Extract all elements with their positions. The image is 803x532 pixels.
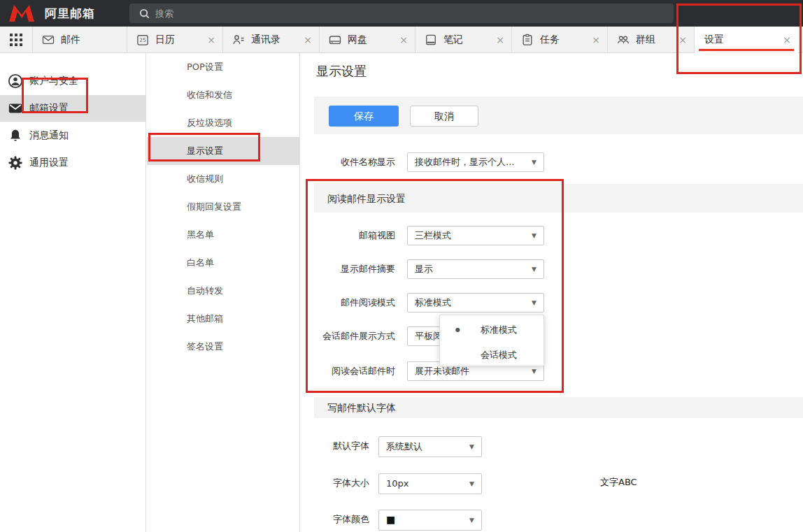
brand-title: 阿里邮箱 xyxy=(45,0,95,27)
tab-label: 日历 xyxy=(155,34,175,46)
menu-item-antispam[interactable]: 反垃圾选项 xyxy=(147,109,299,137)
tab-label: 群组 xyxy=(636,34,655,46)
sidebar-item-label: 通用设置 xyxy=(29,157,69,169)
groups-icon xyxy=(616,33,630,47)
menu-item-signature[interactable]: 签名设置 xyxy=(147,333,299,361)
gear-icon xyxy=(8,155,23,171)
menu-item-display-settings[interactable]: 显示设置 xyxy=(147,137,299,165)
bell-icon xyxy=(8,128,23,143)
tab-label: 任务 xyxy=(540,34,560,46)
compose-font-section-header: 写邮件默认字体 xyxy=(314,397,803,418)
tab-label: 通讯录 xyxy=(251,34,280,46)
topbar: 阿里邮箱 xyxy=(0,0,803,27)
drive-icon xyxy=(328,33,342,47)
tab-bar: 邮件 25 日历 × 通讯录 × 网盘 × 笔 xyxy=(0,27,803,53)
sidebar-item-label: 消息通知 xyxy=(29,129,69,142)
menu-item-blacklist[interactable]: 黑名单 xyxy=(147,221,299,249)
tab-label: 设置 xyxy=(704,34,724,46)
tab-label: 邮件 xyxy=(61,34,80,46)
menu-item-other-mailbox[interactable]: 其他邮箱 xyxy=(147,305,299,333)
search-bar[interactable] xyxy=(129,3,674,23)
app-grid-button[interactable] xyxy=(0,27,33,53)
chevron-down-icon: ▼ xyxy=(469,510,474,530)
menu-item-receive-rules[interactable]: 收信规则 xyxy=(147,165,299,193)
color-swatch: ■ xyxy=(386,514,395,525)
read-mode-select[interactable]: 标准模式 ▼ xyxy=(407,293,544,312)
action-button-band: 保存 取消 xyxy=(314,96,803,134)
menu-item-send-receive[interactable]: 收信和发信 xyxy=(147,81,299,109)
close-icon[interactable]: × xyxy=(678,27,687,53)
font-size-select[interactable]: 10px ▼ xyxy=(378,473,482,494)
contacts-icon xyxy=(232,33,246,47)
notes-icon xyxy=(424,33,438,47)
chevron-down-icon: ▼ xyxy=(532,260,536,278)
sidebar-item-label: 账户与安全 xyxy=(29,75,78,87)
svg-text:25: 25 xyxy=(139,37,146,43)
mail-settings-menu: POP设置 收信和发信 反垃圾选项 显示设置 收信规则 假期回复设置 黑名单 白… xyxy=(147,53,300,532)
tab-settings[interactable]: 设置 × xyxy=(695,27,798,53)
chevron-down-icon: ▼ xyxy=(532,294,536,312)
close-icon[interactable]: × xyxy=(592,27,600,53)
account-icon xyxy=(8,73,23,89)
selected-radio-icon: ● xyxy=(455,319,460,340)
tab-groups[interactable]: 群组 × xyxy=(608,27,695,53)
sidebar-item-mail-settings[interactable]: 邮箱设置 xyxy=(0,95,146,122)
search-input[interactable] xyxy=(155,8,631,19)
mail-icon xyxy=(41,33,55,47)
recipient-name-select[interactable]: 接收邮件时，显示个人... ▼ xyxy=(407,152,544,172)
alimail-logo-icon xyxy=(7,4,36,22)
section-title: 写邮件默认字体 xyxy=(327,402,396,413)
menu-item-whitelist[interactable]: 白名单 xyxy=(147,249,299,277)
tab-tasks[interactable]: 任务 × xyxy=(512,27,608,53)
font-color-select[interactable]: ■ ▼ xyxy=(378,510,482,531)
sidebar-item-label: 邮箱设置 xyxy=(29,102,69,115)
tab-mail[interactable]: 邮件 xyxy=(33,27,127,53)
section-title: 阅读邮件显示设置 xyxy=(327,193,406,204)
calendar-icon: 25 xyxy=(136,33,150,47)
tab-drive[interactable]: 网盘 × xyxy=(320,27,415,53)
close-icon[interactable]: × xyxy=(207,27,215,53)
mail-icon xyxy=(8,101,23,116)
read-mode-dropdown-menu: ● 标准模式 会话模式 xyxy=(439,315,544,366)
read-settings-section-header: 阅读邮件显示设置 xyxy=(314,184,803,213)
tab-label: 网盘 xyxy=(348,34,367,46)
sidebar-item-notifications[interactable]: 消息通知 xyxy=(0,122,146,149)
menu-item-pop[interactable]: POP设置 xyxy=(147,53,299,81)
grid-icon xyxy=(10,34,22,46)
close-icon[interactable]: × xyxy=(496,27,504,53)
page-title: 显示设置 xyxy=(316,63,367,80)
close-icon[interactable]: × xyxy=(399,27,408,53)
chevron-down-icon: ▼ xyxy=(532,153,536,171)
sidebar-item-account-security[interactable]: 账户与安全 xyxy=(0,68,146,94)
chevron-down-icon: ▼ xyxy=(469,437,474,456)
settings-sidebar: 账户与安全 邮箱设置 消息通知 通用设置 xyxy=(0,53,146,532)
menu-item-vacation-reply[interactable]: 假期回复设置 xyxy=(147,193,299,221)
menu-item-auto-forward[interactable]: 自动转发 xyxy=(147,277,299,305)
mail-summary-select[interactable]: 显示 ▼ xyxy=(407,259,544,279)
tab-calendar[interactable]: 25 日历 × xyxy=(127,27,223,53)
tab-contacts[interactable]: 通讯录 × xyxy=(223,27,320,53)
dropdown-option-conversation[interactable]: 会话模式 xyxy=(440,345,543,366)
chevron-down-icon: ▼ xyxy=(469,474,474,494)
tab-notes[interactable]: 笔记 × xyxy=(415,27,512,53)
cancel-button[interactable]: 取消 xyxy=(410,106,478,127)
display-settings-panel: 显示设置 保存 取消 收件名称显示 接收邮件时，显示个人... ▼ 阅读邮件显示… xyxy=(301,53,803,532)
tab-label: 笔记 xyxy=(443,34,463,46)
font-preview-text: 文字ABC xyxy=(600,476,637,489)
close-icon[interactable]: × xyxy=(304,27,312,53)
tasks-icon xyxy=(520,33,534,47)
default-font-select[interactable]: 系统默认 ▼ xyxy=(378,436,482,457)
dropdown-option-standard[interactable]: ● 标准模式 xyxy=(440,319,543,340)
save-button[interactable]: 保存 xyxy=(329,106,399,127)
sidebar-item-general-settings[interactable]: 通用设置 xyxy=(0,150,146,176)
chevron-down-icon: ▼ xyxy=(532,227,536,245)
active-tab-indicator xyxy=(699,49,794,51)
mailbox-view-select[interactable]: 三栏模式 ▼ xyxy=(407,226,544,245)
search-icon xyxy=(139,8,150,19)
alimail-settings-window: 阿里邮箱 邮件 xyxy=(0,0,803,532)
field-label: 收件名称显示 xyxy=(301,152,395,172)
